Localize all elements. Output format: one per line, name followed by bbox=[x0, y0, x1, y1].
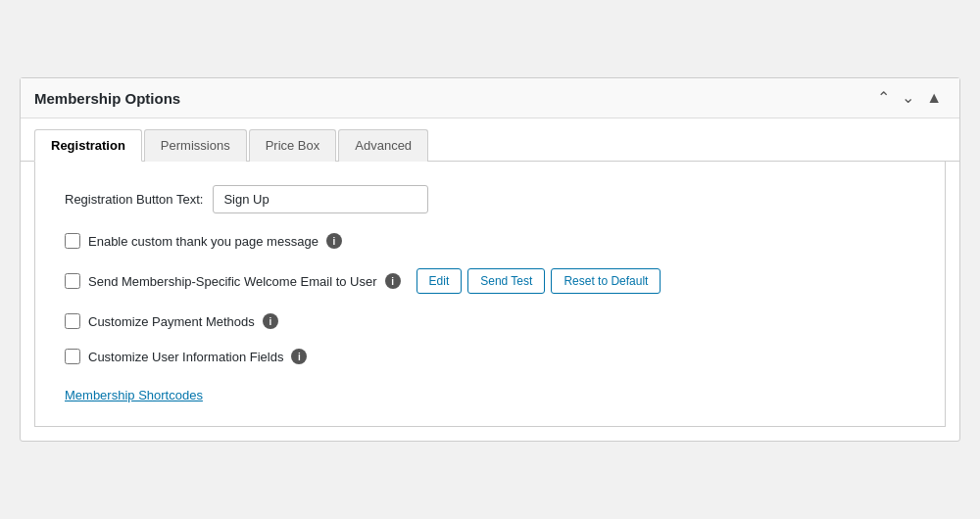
tab-permissions[interactable]: Permissions bbox=[144, 129, 247, 162]
checkbox-welcome-email-label: Send Membership-Specific Welcome Email t… bbox=[88, 274, 377, 289]
panel-up-button[interactable]: ⌃ bbox=[873, 88, 894, 108]
info-icon-user-info-fields[interactable]: i bbox=[291, 349, 307, 364]
checkbox-row-custom-thankyou: Enable custom thank you page message i bbox=[65, 233, 915, 249]
panel-collapse-button[interactable]: ▲ bbox=[922, 88, 946, 108]
checkbox-row-user-info-fields: Customize User Information Fields i bbox=[65, 349, 915, 364]
send-test-button[interactable]: Send Test bbox=[467, 268, 545, 294]
checkbox-payment-methods-label: Customize Payment Methods bbox=[88, 314, 255, 329]
checkbox-welcome-email[interactable] bbox=[65, 273, 80, 289]
welcome-email-buttons: Edit Send Test Reset to Default bbox=[416, 268, 662, 294]
checkbox-user-info-fields[interactable] bbox=[65, 349, 80, 364]
checkbox-row-payment-methods: Customize Payment Methods i bbox=[65, 313, 915, 329]
tab-advanced[interactable]: Advanced bbox=[338, 129, 428, 162]
tab-content-registration: Registration Button Text: Enable custom … bbox=[34, 162, 946, 427]
registration-button-text-label: Registration Button Text: bbox=[65, 192, 203, 207]
tabs-container: Registration Permissions Price Box Advan… bbox=[21, 118, 959, 162]
registration-button-text-row: Registration Button Text: bbox=[65, 185, 915, 213]
info-icon-payment-methods[interactable]: i bbox=[263, 313, 278, 329]
membership-shortcodes-link[interactable]: Membership Shortcodes bbox=[65, 388, 203, 402]
checkbox-user-info-fields-label: Customize User Information Fields bbox=[88, 350, 283, 364]
checkbox-row-welcome-email: Send Membership-Specific Welcome Email t… bbox=[65, 268, 915, 294]
panel-header: Membership Options ⌃ ⌄ ▲ bbox=[21, 78, 959, 118]
panel-down-button[interactable]: ⌄ bbox=[898, 88, 918, 108]
checkbox-custom-thankyou-label: Enable custom thank you page message bbox=[88, 234, 318, 249]
tab-price-box[interactable]: Price Box bbox=[249, 129, 337, 162]
panel-controls: ⌃ ⌄ ▲ bbox=[873, 88, 946, 108]
tab-registration[interactable]: Registration bbox=[34, 129, 142, 162]
checkbox-custom-thankyou[interactable] bbox=[65, 233, 80, 249]
panel-title: Membership Options bbox=[34, 90, 180, 107]
membership-options-panel: Membership Options ⌃ ⌄ ▲ Registration Pe… bbox=[20, 77, 960, 442]
info-icon-welcome-email[interactable]: i bbox=[385, 273, 401, 289]
info-icon-custom-thankyou[interactable]: i bbox=[326, 233, 342, 249]
checkbox-payment-methods[interactable] bbox=[65, 313, 80, 329]
reset-to-default-button[interactable]: Reset to Default bbox=[551, 268, 661, 294]
registration-button-text-input[interactable] bbox=[213, 185, 428, 213]
edit-button[interactable]: Edit bbox=[416, 268, 463, 294]
